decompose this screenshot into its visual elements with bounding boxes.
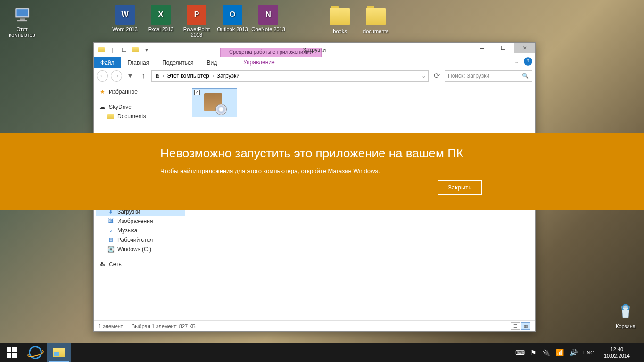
pictures-icon: 🖼 [107,217,115,225]
desktop-icon-documents-folder[interactable]: documents [358,7,393,34]
help-icon[interactable]: ? [524,57,532,66]
qat-folder-icon[interactable] [97,45,106,55]
cloud-icon: ☁ [99,103,106,111]
close-button[interactable]: ✕ [514,43,535,53]
ribbon-tab-home[interactable]: Главная [121,57,156,68]
desktop-icon-label: Excel 2013 [148,26,173,32]
tray-clock[interactable]: 12:40 10.02.2014 [600,346,634,360]
nav-up-button[interactable]: ↑ [138,71,149,81]
breadcrumb-bar[interactable]: 🖥 › Этот компьютер › Загрузки ⌄ [151,70,429,82]
desktop-icon-label: Этот компьютер [9,26,35,38]
qat-properties-icon[interactable]: ☐ [119,45,129,55]
power-icon[interactable]: 🔌 [542,349,550,356]
system-tray: ⌨ ⚑ 🔌 📶 🔊 ENG 12:40 10.02.2014 [515,343,644,362]
folder-icon [107,113,115,120]
word-icon: W [115,5,135,25]
qat-new-folder-icon[interactable] [131,45,140,55]
desktop-icon-powerpoint[interactable]: P PowerPoint 2013 [179,5,214,38]
start-button[interactable] [0,343,24,362]
clock-time: 12:40 [604,346,630,353]
windows-logo-icon [7,347,17,358]
nav-skydrive-documents[interactable]: Documents [96,112,185,121]
refresh-button[interactable]: ⟳ [431,71,442,81]
language-indicator[interactable]: ENG [583,350,594,355]
folder-icon [330,8,350,25]
breadcrumb-segment[interactable]: Этот компьютер [165,73,211,79]
desktop-icon-onenote[interactable]: N OneNote 2013 [251,5,286,32]
ribbon-expand-icon[interactable]: ⌄ [512,58,520,65]
svg-rect-1 [17,9,28,16]
search-input[interactable]: Поиск: Загрузки 🔍 [445,70,532,82]
network-signal-icon[interactable]: 📶 [556,349,564,356]
desktop-icon-label: PowerPoint 2013 [179,26,214,38]
desktop-icon-label: documents [363,28,388,34]
banner-close-button[interactable]: Закрыть [438,180,482,195]
nav-favorites[interactable]: ★Избранное [96,87,185,97]
computer-icon: 🖥 [154,72,161,80]
maximize-button[interactable]: ☐ [493,43,514,53]
taskbar: ⌨ ⚑ 🔌 📶 🔊 ENG 12:40 10.02.2014 [0,343,644,362]
minimize-button[interactable]: ─ [471,43,493,53]
chevron-right-icon[interactable]: › [212,73,214,79]
window-title: Загрузки [303,47,326,53]
file-checkbox[interactable]: ✓ [194,90,200,95]
status-selection: Выбран 1 элемент: 827 КБ [132,323,196,329]
taskbar-ie-button[interactable] [24,343,47,362]
svg-rect-2 [20,18,25,20]
keyboard-icon[interactable]: ⌨ [515,349,525,356]
addressbar: ← → ▾ ↑ 🖥 › Этот компьютер › Загрузки ⌄ … [94,68,535,83]
ribbon-tab-manage[interactable]: Управление [237,57,281,67]
view-icons-button[interactable]: ▦ [521,322,530,330]
file-item-installer[interactable]: ✓ [192,88,237,117]
drive-icon: 💽 [107,246,115,253]
desktop-icon-label: Word 2013 [112,26,138,32]
desktop-icon-outlook[interactable]: O Outlook 2013 [215,5,250,32]
nav-drive-c[interactable]: 💽Windows (C:) [96,245,185,254]
folder-icon [366,8,386,25]
music-icon: ♪ [107,227,115,234]
file-explorer-icon [53,348,65,357]
breadcrumb-dropdown-icon[interactable]: ⌄ [421,73,426,79]
nav-back-button[interactable]: ← [97,70,108,82]
ribbon-tab-view[interactable]: Вид [200,57,223,68]
desktop-icon-recycle-bin[interactable]: Корзина [608,302,643,329]
desktop-icon-word[interactable]: W Word 2013 [107,5,142,32]
taskbar-explorer-button[interactable] [47,343,71,362]
computer-icon [12,5,32,25]
desktop-icon-label: Outlook 2013 [217,26,248,32]
qat-dropdown-icon[interactable]: ▾ [142,45,151,55]
nav-pictures[interactable]: 🖼Изображения [96,216,185,226]
breadcrumb-segment[interactable]: Загрузки [215,73,241,79]
network-icon: 🖧 [99,261,106,268]
desktop-icon-books-folder[interactable]: books [322,7,357,34]
nav-history-dropdown[interactable]: ▾ [125,71,135,81]
ribbon-tab-file[interactable]: Файл [94,57,121,68]
nav-skydrive[interactable]: ☁SkyDrive [96,102,185,112]
powerpoint-icon: P [187,5,206,25]
nav-network[interactable]: 🖧Сеть [96,260,185,269]
banner-title: Невозможно запустить это приложение на в… [160,146,484,161]
desktop-icon-this-pc[interactable]: Этот компьютер [5,5,40,38]
ribbon-tab-share[interactable]: Поделиться [156,57,200,68]
nav-music[interactable]: ♪Музыка [96,226,185,235]
svg-rect-3 [17,20,27,22]
action-center-icon[interactable]: ⚑ [530,349,537,356]
clock-date: 10.02.2014 [604,353,630,359]
installer-icon [202,90,227,115]
chevron-right-icon[interactable]: › [162,73,164,79]
excel-icon: X [151,5,171,25]
error-banner: Невозможно запустить это приложение на в… [0,133,644,210]
desktop-icon-excel[interactable]: X Excel 2013 [143,5,178,32]
status-item-count: 1 элемент [99,323,123,329]
desktop-icon-label: OneNote 2013 [251,26,285,32]
banner-message: Чтобы найти приложения для этого компьют… [160,167,484,174]
search-icon[interactable]: 🔍 [522,73,529,79]
desktop-icon: 🖥 [107,236,115,244]
view-details-button[interactable]: ☰ [511,322,520,330]
volume-icon[interactable]: 🔊 [570,349,578,356]
statusbar: 1 элемент Выбран 1 элемент: 827 КБ ☰ ▦ [94,320,535,331]
nav-desktop[interactable]: 🖥Рабочий стол [96,235,185,245]
nav-forward-button[interactable]: → [111,70,122,82]
titlebar[interactable]: | ☐ ▾ Средства работы с приложениями Заг… [94,43,535,57]
desktop-icon-label: Корзина [616,323,636,329]
